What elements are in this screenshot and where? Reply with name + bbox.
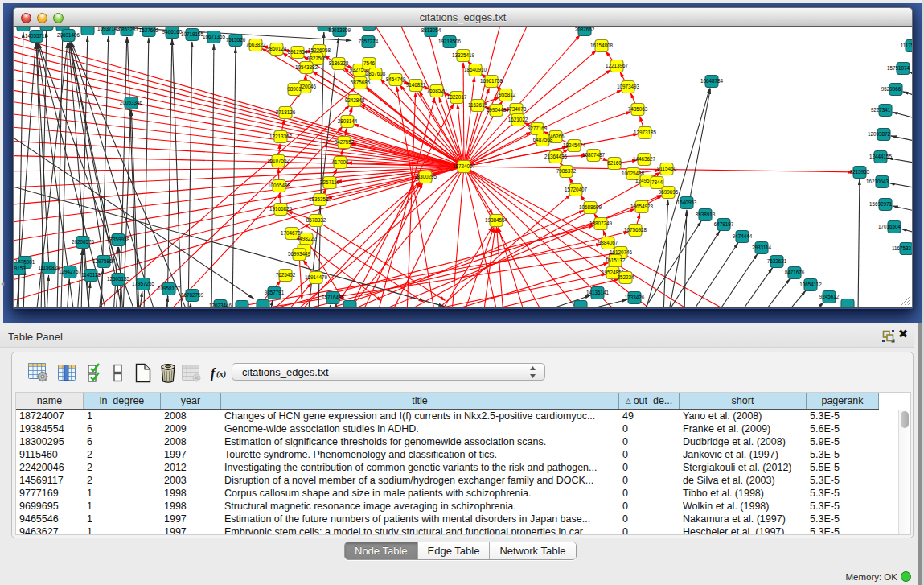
function-builder-icon[interactable]: f (x): [210, 363, 231, 383]
graph-node[interactable]: [257, 300, 269, 309]
network-view-background: citations_edges.txt 14055712206914061093…: [3, 3, 922, 323]
graph-node-label: 7515526: [226, 37, 246, 43]
graph-node-label: 21364436: [544, 154, 568, 159]
node-attribute-table[interactable]: namein_degreeyeartitle△out_de...shortpag…: [15, 392, 911, 535]
table-row[interactable]: 977716911998Corpus callosum shape and si…: [16, 487, 879, 500]
column-header-name[interactable]: name: [16, 393, 84, 409]
graph-node-label: 16782759: [181, 292, 204, 298]
citation-edge-black: [116, 286, 117, 308]
column-header-title[interactable]: title: [221, 393, 619, 409]
graph-node-label: 16107552: [267, 158, 290, 163]
column-header-short[interactable]: short: [680, 393, 807, 409]
graph-node[interactable]: [17, 27, 30, 31]
resize-grip-icon[interactable]: [899, 295, 910, 306]
graph-node[interactable]: [343, 301, 356, 309]
table-row[interactable]: 1830029562008Estimation of significance …: [16, 435, 879, 448]
citation-edge-black: [23, 270, 25, 308]
graph-node-label: 19654923: [630, 204, 654, 209]
split-pane-collapse-icon[interactable]: ◂: [1, 280, 5, 287]
column-header-pagerank[interactable]: pagerank: [807, 393, 879, 409]
tab-node-table[interactable]: Node Table: [345, 542, 418, 559]
graph-node-label: 8912954: [288, 49, 308, 55]
scrollbar-thumb[interactable]: [901, 411, 909, 428]
table-panel: Table Panel ✖ f (x) citations_edges.txt …: [0, 323, 924, 585]
graph-node-label: 9474444: [733, 233, 753, 239]
cell-title: Embryonic stem cells: a model to study s…: [221, 525, 619, 535]
column-header-in_degree[interactable]: in_degree: [84, 393, 161, 409]
graph-node-label: 11156829: [38, 265, 60, 270]
float-panel-icon[interactable]: [881, 329, 896, 344]
table-row[interactable]: 1456911722003Disruption of a novel membe…: [16, 474, 879, 487]
graph-node-label: 7663822: [246, 42, 266, 47]
graph-node[interactable]: [81, 27, 94, 35]
table-row[interactable]: 946554611997Estimation of the future num…: [16, 513, 879, 525]
table-source-dropdown[interactable]: citations_edges.txt: [232, 363, 545, 381]
cell-year: 2012: [161, 461, 221, 474]
graph-node-label: 15720407: [565, 187, 588, 192]
table-row[interactable]: 969969511998Structural magnetic resonanc…: [16, 500, 879, 513]
network-window[interactable]: citations_edges.txt 14055712206914061093…: [13, 7, 913, 309]
graph-node[interactable]: [40, 27, 53, 31]
table-row[interactable]: 1938455462009Genome-wide association stu…: [16, 422, 879, 435]
graph-node-label: 1167533: [892, 245, 912, 251]
cell-out_de: 49: [619, 410, 680, 422]
table-row[interactable]: 946362711997Embryonic stem cells: a mode…: [16, 525, 879, 535]
svg-text:(x): (x): [216, 369, 226, 379]
cell-in_degree: 2: [84, 461, 161, 474]
cell-title: Estimation of significance thresholds fo…: [221, 435, 619, 448]
column-header-out_de[interactable]: △out_de...: [619, 393, 680, 409]
citation-network-graph[interactable]: 1405571220691406109371431085328715276029…: [14, 27, 912, 308]
cell-title: Genome-wide association studies in ADHD.: [221, 422, 619, 435]
graph-node-label: 14055712: [25, 33, 48, 39]
citation-edge-red: [14, 113, 464, 167]
table-toolbar: f (x) citations_edges.txt: [12, 352, 913, 391]
delete-table-icon[interactable]: [180, 363, 201, 383]
vertical-scrollbar[interactable]: [898, 410, 910, 535]
cell-year: 1997: [161, 525, 221, 535]
graph-node-label: 8427552: [335, 139, 355, 145]
cell-name: 9699695: [16, 500, 84, 513]
table-row[interactable]: 1872400712008Changes of HCN gene express…: [16, 410, 879, 422]
cell-pagerank: 5.6E-5: [807, 422, 879, 435]
graph-node[interactable]: [841, 299, 854, 309]
graph-node-label: 9277169: [528, 126, 548, 131]
cell-title: Corpus callosum shape and size in male p…: [221, 487, 619, 500]
memory-status-icon[interactable]: [901, 571, 911, 582]
trash-icon[interactable]: [158, 363, 179, 383]
graph-node-label: 7625402: [276, 272, 296, 278]
graph-node[interactable]: [574, 301, 587, 309]
citation-edge-black: [188, 42, 192, 308]
cell-short: Nakamura et al. (1997): [680, 513, 807, 525]
citation-edge-red: [400, 172, 660, 308]
cell-title: Estimation of the future numbers of pati…: [221, 513, 619, 525]
column-header-year[interactable]: year: [161, 393, 221, 409]
table-settings-icon[interactable]: [28, 363, 49, 383]
table-row[interactable]: 911546021997Tourette syndrome. Phenomeno…: [16, 448, 879, 461]
unselect-all-icon[interactable]: [108, 363, 129, 383]
graph-node-label: 18640910: [464, 67, 487, 72]
graph-node-label: 9529966: [881, 86, 901, 92]
tab-edge-table[interactable]: Edge Table: [418, 542, 491, 559]
graph-node-label: 9466160: [162, 29, 183, 35]
citation-edge-black: [712, 253, 758, 308]
graph-node-label: 2867608: [366, 71, 386, 76]
cell-pagerank: 5.5E-5: [807, 461, 879, 474]
citation-edge-black: [891, 136, 912, 142]
graph-node-label: 9245612: [819, 294, 840, 299]
network-view-region: citations_edges.txt 14055712206914061093…: [0, 0, 924, 323]
graph-node-label: 1527602: [139, 27, 159, 33]
select-all-icon[interactable]: [86, 363, 107, 383]
show-column-icon[interactable]: [56, 363, 77, 383]
new-document-icon[interactable]: [133, 363, 154, 383]
network-window-titlebar[interactable]: citations_edges.txt: [13, 7, 913, 27]
cell-in_degree: 1: [84, 487, 161, 500]
graph-node[interactable]: [363, 27, 376, 31]
graph-node[interactable]: [236, 301, 248, 309]
cell-title: Structural magnetic resonance image aver…: [221, 500, 619, 513]
tab-network-table[interactable]: Network Table: [490, 542, 575, 559]
cell-year: 1998: [161, 500, 221, 513]
close-panel-icon[interactable]: ✖: [897, 327, 910, 341]
cell-in_degree: 2: [84, 474, 161, 487]
table-row[interactable]: 2242004622012Investigating the contribut…: [16, 461, 879, 474]
network-canvas[interactable]: 1405571220691406109371431085328715276029…: [13, 27, 913, 308]
